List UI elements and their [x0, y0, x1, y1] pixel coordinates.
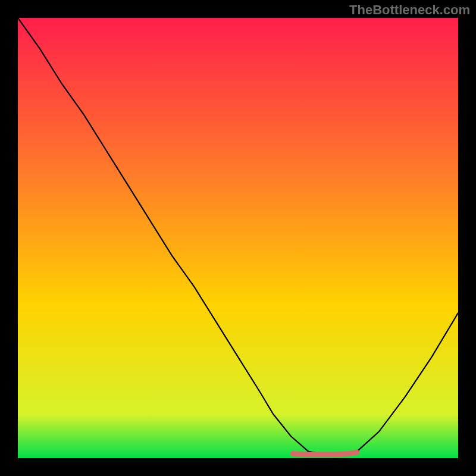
- chart-background-gradient: [18, 18, 458, 458]
- watermark-text: TheBottleneck.com: [349, 2, 470, 18]
- chart-svg: [18, 18, 458, 458]
- chart-plot-area: [18, 18, 458, 458]
- optimal-range-marker: [293, 452, 357, 455]
